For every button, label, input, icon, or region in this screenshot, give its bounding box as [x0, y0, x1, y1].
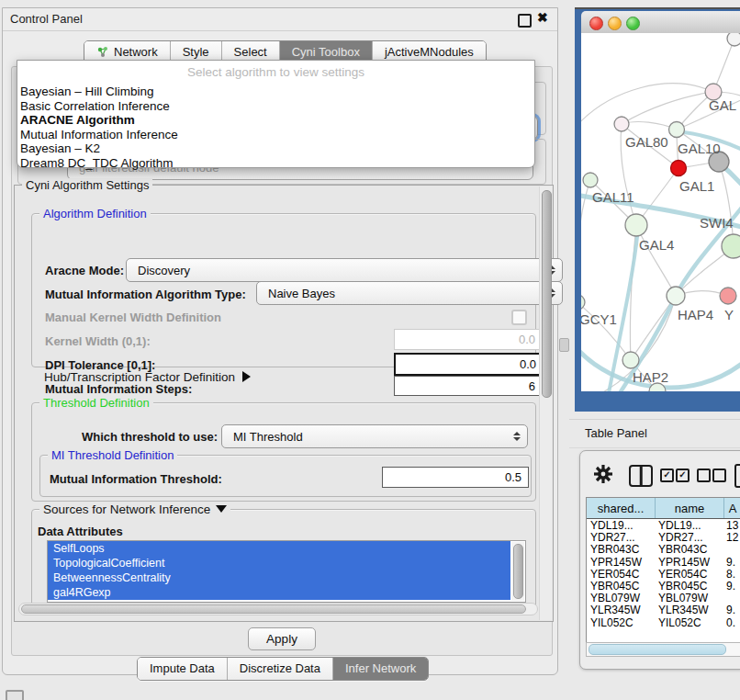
mi-type-combo[interactable]: Naive Bayes: [256, 281, 563, 305]
mi-threshold-field[interactable]: 0.5: [382, 467, 529, 488]
table-cell: YPR145W: [655, 556, 723, 568]
table-row[interactable]: YBL079WYBL079W: [587, 592, 740, 604]
network-node[interactable]: [667, 287, 685, 305]
attr-list-item[interactable]: SelfLoops: [48, 541, 510, 556]
algorithm-option-bayesian-hill-climbing[interactable]: Bayesian – Hill Climbing: [17, 85, 534, 99]
table-cell: YLR345W: [655, 604, 723, 615]
table-toolbar: ✓ ✓: [580, 460, 740, 493]
control-panel: Control Panel ✖ NetworkStyleSelectCyni T…: [2, 7, 558, 675]
collapsed-panel-button[interactable]: [6, 690, 24, 700]
threshold-definition-title: Threshold Definition: [39, 396, 153, 410]
network-canvas[interactable]: GALGAL80GAL10GAL1GAL11SWI4GAL4GCY1HAP4YH…: [581, 33, 740, 391]
column-header-shared[interactable]: shared...: [587, 498, 656, 518]
mi-steps-value: 6: [529, 379, 535, 393]
network-node[interactable]: [727, 33, 740, 46]
table-row[interactable]: YDR27...YDR27...12: [587, 531, 740, 543]
attr-list-item[interactable]: BetweennessCentrality: [48, 570, 510, 585]
sources-toggle[interactable]: Sources for Network Inference: [39, 502, 230, 516]
table-cell: [723, 592, 740, 604]
attr-list-item[interactable]: TopologicalCoefficient: [48, 556, 510, 570]
settings-group-title: Cyni Algorithm Settings: [22, 178, 152, 192]
split-columns-icon[interactable]: [629, 465, 653, 487]
zoom-traffic-light-icon[interactable]: [626, 17, 640, 30]
network-window-titlebar[interactable]: [581, 11, 740, 35]
network-node[interactable]: [720, 288, 736, 304]
table-row[interactable]: YPR145WYPR145W9.: [587, 556, 740, 568]
table-hscroll-thumb[interactable]: [589, 644, 726, 655]
network-node[interactable]: [581, 295, 585, 310]
table-cell: YER054C: [587, 568, 655, 580]
table-cell: 12: [723, 531, 740, 543]
settings-hscroll-thumb[interactable]: [21, 604, 526, 614]
algorithm-option-basic-correlation-inference[interactable]: Basic Correlation Inference: [17, 99, 534, 114]
mi-type-value: Naive Bayes: [268, 287, 335, 300]
table-cell: YDL19...: [655, 519, 723, 531]
attr-list-scroll-thumb[interactable]: [513, 544, 523, 599]
table-cell: YER054C: [655, 568, 723, 580]
table-row[interactable]: YIL052CYIL052C0.: [587, 616, 740, 628]
table-cell: YDR27...: [587, 531, 655, 543]
spinner-arrows-icon: [513, 432, 521, 441]
network-node[interactable]: [669, 122, 685, 138]
table-cell: 8.: [723, 568, 740, 580]
tab-discretize-data[interactable]: Discretize Data: [228, 658, 333, 680]
network-node[interactable]: [671, 161, 687, 176]
table-row[interactable]: YDL19...YDL19...13: [587, 519, 740, 531]
algorithm-option-bayesian-k2[interactable]: Bayesian – K2: [17, 141, 534, 156]
network-node[interactable]: [722, 234, 740, 258]
network-node-label: GCY1: [581, 311, 617, 327]
network-node[interactable]: [614, 117, 629, 131]
kernel-width-field[interactable]: 0.0: [394, 329, 543, 350]
table-row[interactable]: YER054CYER054C8.: [587, 568, 740, 580]
network-node[interactable]: [625, 214, 647, 236]
table-cell: YPR145W: [587, 556, 655, 568]
data-attributes-list[interactable]: SelfLoopsTopologicalCoefficientBetweenne…: [47, 540, 526, 603]
tab-label-discretize-data: Discretize Data: [240, 659, 320, 679]
node-table[interactable]: shared...nameA YDL19...YDL19...13YDR27..…: [586, 497, 740, 657]
splitter-grip[interactable]: [559, 338, 569, 352]
algorithm-option-mutual-information-inference[interactable]: Mutual Information Inference: [17, 128, 534, 142]
table-row[interactable]: YLR345WYLR345W9.: [587, 604, 740, 615]
dpi-tolerance-field[interactable]: 0.0: [394, 353, 544, 376]
hub-section-toggle[interactable]: Hub/Transcription Factor Definition: [44, 370, 251, 384]
unchecked-checkbox-icon[interactable]: [697, 469, 711, 482]
apply-button[interactable]: Apply: [248, 627, 316, 650]
network-node[interactable]: [583, 173, 598, 187]
close-icon[interactable]: ✖: [537, 10, 548, 25]
checked-checkbox-icon[interactable]: ✓: [660, 469, 674, 482]
table-hscrollbar[interactable]: [586, 642, 740, 657]
which-threshold-combo[interactable]: MI Threshold: [221, 424, 528, 448]
attr-list-scrollbar[interactable]: [511, 542, 524, 601]
minimize-traffic-light-icon[interactable]: [608, 17, 622, 30]
tab-impute-data[interactable]: Impute Data: [138, 658, 228, 680]
unchecked-checkbox-icon[interactable]: [712, 469, 726, 482]
collapsed-arrow-icon: [242, 371, 251, 382]
settings-vscrollbar[interactable]: [539, 186, 552, 620]
table-row[interactable]: YBR043CYBR043C: [587, 543, 740, 555]
mi-steps-field[interactable]: 6: [394, 376, 543, 396]
settings-vscroll-thumb[interactable]: [542, 190, 552, 398]
table-row[interactable]: YBR045CYBR045C9.: [587, 580, 740, 592]
algorithm-option-dream8-dc-tdc-algorithm[interactable]: Dream8 DC_TDC Algorithm: [17, 156, 534, 171]
column-header-name[interactable]: name: [656, 498, 724, 518]
float-window-icon[interactable]: [518, 14, 532, 28]
manual-kernel-checkbox[interactable]: [511, 310, 527, 325]
dpi-tolerance-value: 0.0: [520, 357, 536, 371]
close-traffic-light-icon[interactable]: [589, 17, 603, 30]
table-panel-titlebar: Table Panel: [569, 419, 740, 448]
network-node[interactable]: [622, 352, 639, 368]
column-header-a[interactable]: A: [724, 498, 740, 518]
tab-infer-network[interactable]: Infer Network: [333, 658, 428, 680]
mi-threshold-definition-group: MI Threshold Definition Mutual Informati…: [39, 455, 532, 497]
attr-list-item[interactable]: gal4RGexp: [48, 585, 510, 600]
aracne-mode-combo[interactable]: Discovery: [126, 258, 563, 282]
table-mode-icon[interactable]: [734, 464, 740, 488]
checked-checkbox-icon[interactable]: ✓: [676, 469, 690, 482]
gear-icon[interactable]: [593, 463, 613, 485]
algorithm-option-aracne-algorithm[interactable]: ARACNE Algorithm: [17, 113, 534, 128]
settings-hscrollbar[interactable]: [18, 603, 538, 615]
table-cell: [723, 543, 740, 555]
network-node-label: GAL11: [592, 189, 634, 205]
table-cell: 9.: [723, 580, 740, 592]
network-node-label: GAL: [709, 97, 736, 113]
